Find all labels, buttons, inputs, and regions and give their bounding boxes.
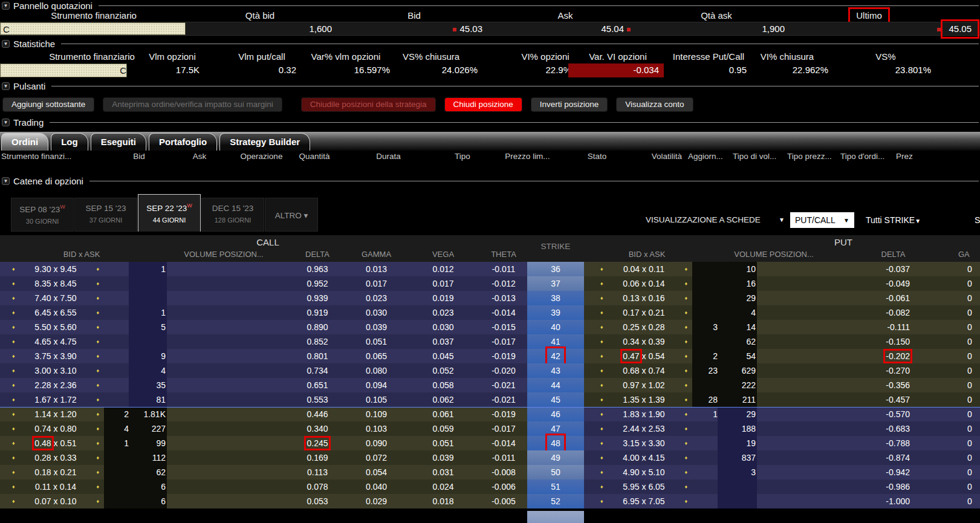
- put-position-cell[interactable]: 629: [718, 363, 757, 378]
- put-volume-cell[interactable]: [692, 305, 718, 320]
- put-bid-ask-cell[interactable]: ♦1.83 x 1.90♦: [595, 407, 692, 421]
- put-call-dropdown[interactable]: PUT/CALL▼: [790, 212, 854, 228]
- call-position-cell[interactable]: 1.81K: [129, 407, 167, 421]
- call-gamma-cell[interactable]: 0.029: [345, 494, 408, 508]
- strikes-dropdown[interactable]: Tutti STRIKE▼: [866, 212, 921, 228]
- put-volume-cell[interactable]: 23: [692, 363, 718, 378]
- trading-col-8[interactable]: Stato: [571, 152, 623, 161]
- put-volume-cell[interactable]: 1: [692, 407, 718, 421]
- strike-cell[interactable]: 51: [527, 479, 584, 494]
- call-col-header-2[interactable]: DELTA: [284, 250, 351, 259]
- call-bid-ask-cell[interactable]: ♦0.07 x 0.10♦: [7, 494, 104, 508]
- call-position-cell[interactable]: 9: [129, 349, 167, 363]
- put-volume-cell[interactable]: [692, 334, 718, 349]
- call-theta-cell[interactable]: -0.012: [473, 276, 534, 291]
- call-bid-ask-cell[interactable]: ♦0.28 x 0.33♦: [7, 450, 104, 465]
- put-position-cell[interactable]: 16: [718, 276, 757, 291]
- call-gamma-cell[interactable]: 0.065: [345, 349, 408, 363]
- call-vega-cell[interactable]: 0.031: [413, 465, 473, 479]
- call-bid-ask-cell[interactable]: ♦2.28 x 2.36♦: [7, 378, 104, 392]
- put-volume-cell[interactable]: [692, 291, 718, 305]
- call-bid-ask-cell[interactable]: ♦0.48 x 0.51♦: [7, 436, 104, 450]
- put-gamma-cell-cut[interactable]: 0: [967, 436, 980, 450]
- put-delta-cell[interactable]: -0.150: [843, 334, 910, 349]
- chain-row-strike-52[interactable]: ♦0.07 x 0.10♦60.0530.0290.018-0.00552♦6.…: [0, 494, 980, 508]
- call-position-cell[interactable]: 35: [129, 378, 167, 392]
- put-position-cell[interactable]: 222: [718, 378, 757, 392]
- call-gamma-cell[interactable]: 0.103: [345, 421, 408, 436]
- chain-row-strike-41[interactable]: ♦4.65 x 4.75♦0.8520.0510.037-0.01741♦0.3…: [0, 334, 980, 349]
- call-col-header-3[interactable]: GAMMA: [345, 250, 408, 259]
- call-position-cell[interactable]: 99: [129, 436, 167, 450]
- put-gamma-cell-cut[interactable]: 0: [967, 450, 980, 465]
- put-gamma-cell-cut[interactable]: 0: [967, 262, 980, 276]
- call-bid-ask-cell[interactable]: ♦1.14 x 1.20♦: [7, 407, 104, 421]
- strike-cell[interactable]: 41: [527, 334, 584, 349]
- put-delta-cell[interactable]: -0.942: [843, 465, 910, 479]
- trading-col-10[interactable]: Aggiorn...: [688, 152, 723, 161]
- put-position-cell[interactable]: 29: [718, 291, 757, 305]
- call-theta-cell[interactable]: -0.013: [473, 291, 534, 305]
- call-col-header-1[interactable]: VOLUME POSIZION...: [139, 250, 308, 259]
- put-bid-ask-cell[interactable]: ♦0.17 x 0.21♦: [595, 305, 692, 320]
- call-gamma-cell[interactable]: 0.023: [345, 291, 408, 305]
- call-vega-cell[interactable]: 0.045: [413, 349, 473, 363]
- trading-tab-ordini[interactable]: Ordini: [1, 133, 48, 151]
- put-gamma-cell-cut[interactable]: 0: [967, 465, 980, 479]
- put-gamma-cell-cut[interactable]: 0: [967, 276, 980, 291]
- put-position-cell[interactable]: 29: [718, 407, 757, 421]
- call-delta-cell[interactable]: 0.446: [284, 407, 351, 421]
- put-bid-ask-cell[interactable]: ♦2.44 x 2.53♦: [595, 421, 692, 436]
- put-col-header-0[interactable]: BID x ASK: [599, 250, 695, 259]
- collapse-triangle-icon[interactable]: ▼: [2, 2, 10, 10]
- put-gamma-cell-cut[interactable]: 0: [967, 479, 980, 494]
- chain-row-strike-50[interactable]: ♦0.18 x 0.21♦620.1130.0540.031-0.00850♦4…: [0, 465, 980, 479]
- strike-cell[interactable]: 46: [527, 407, 584, 421]
- put-volume-cell[interactable]: 3: [692, 320, 718, 334]
- trading-tab-strategy-builder[interactable]: Strategy Builder: [219, 133, 310, 151]
- call-position-cell[interactable]: 6: [129, 479, 167, 494]
- call-delta-cell[interactable]: 0.651: [284, 378, 351, 392]
- strike-cell[interactable]: 40: [527, 320, 584, 334]
- call-gamma-cell[interactable]: 0.105: [345, 392, 408, 407]
- call-gamma-cell[interactable]: 0.072: [345, 450, 408, 465]
- put-bid-ask-cell[interactable]: ♦0.97 x 1.02♦: [595, 378, 692, 392]
- call-bid-ask-cell[interactable]: ♦0.18 x 0.21♦: [7, 465, 104, 479]
- call-gamma-cell[interactable]: 0.040: [345, 479, 408, 494]
- put-gamma-cell-cut[interactable]: 0: [967, 291, 980, 305]
- call-theta-cell[interactable]: -0.015: [473, 320, 534, 334]
- put-position-cell[interactable]: 19: [718, 436, 757, 450]
- call-bid-ask-cell[interactable]: ♦6.45 x 6.55♦: [7, 305, 104, 320]
- call-position-cell[interactable]: 112: [129, 450, 167, 465]
- put-position-cell[interactable]: 837: [718, 450, 757, 465]
- put-position-cell[interactable]: 188: [718, 421, 757, 436]
- trading-col-12[interactable]: Tipo prezz...: [787, 152, 832, 161]
- call-volume-cell[interactable]: [104, 392, 129, 407]
- call-volume-cell[interactable]: [104, 320, 129, 334]
- call-bid-ask-cell[interactable]: ♦9.30 x 9.45♦: [7, 262, 104, 276]
- put-gamma-cell-cut[interactable]: 0: [967, 320, 980, 334]
- call-volume-cell[interactable]: [104, 334, 129, 349]
- call-gamma-cell[interactable]: 0.109: [345, 407, 408, 421]
- call-position-cell[interactable]: 227: [129, 421, 167, 436]
- instrument-input[interactable]: C: [0, 22, 186, 35]
- put-volume-cell[interactable]: [692, 276, 718, 291]
- chain-row-strike-43[interactable]: ♦3.00 x 3.10♦40.7340.0800.052-0.02043♦0.…: [0, 363, 980, 378]
- call-delta-cell[interactable]: 0.169: [284, 450, 351, 465]
- call-bid-ask-cell[interactable]: ♦7.40 x 7.50♦: [7, 291, 104, 305]
- call-position-cell[interactable]: [129, 334, 167, 349]
- strike-cell[interactable]: 49: [527, 450, 584, 465]
- call-volume-cell[interactable]: [104, 494, 129, 508]
- put-delta-cell[interactable]: -0.874: [843, 450, 910, 465]
- call-delta-cell[interactable]: 0.890: [284, 320, 351, 334]
- chain-row-strike-38[interactable]: ♦7.40 x 7.50♦0.9390.0230.019-0.01338♦0.1…: [0, 291, 980, 305]
- call-theta-cell[interactable]: -0.017: [473, 334, 534, 349]
- call-vega-cell[interactable]: 0.058: [413, 378, 473, 392]
- call-bid-ask-cell[interactable]: ♦4.65 x 4.75♦: [7, 334, 104, 349]
- call-theta-cell[interactable]: -0.011: [473, 262, 534, 276]
- call-volume-cell[interactable]: [104, 479, 129, 494]
- call-vega-cell[interactable]: 0.017: [413, 276, 473, 291]
- collapse-triangle-icon[interactable]: ▼: [2, 119, 10, 126]
- put-gamma-cell-cut[interactable]: 0: [967, 305, 980, 320]
- call-volume-cell[interactable]: [104, 349, 129, 363]
